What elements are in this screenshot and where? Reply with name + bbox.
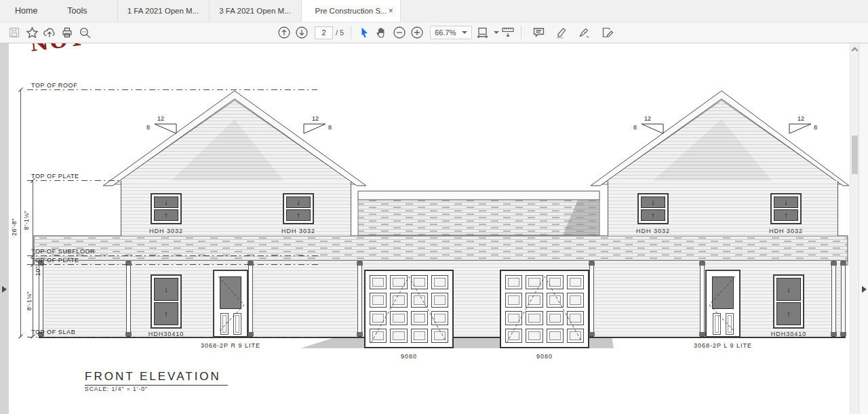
corner-board <box>841 261 846 337</box>
save-button[interactable] <box>5 24 23 41</box>
dim-lower-floor-height: 8'-1⅛" <box>26 286 33 316</box>
hand-icon <box>376 26 388 39</box>
window-tag: HDH 3032 <box>766 228 806 234</box>
porch-post <box>126 261 131 337</box>
chevron-down-icon <box>494 31 499 34</box>
zoom-level-value: 66.7% <box>435 28 456 37</box>
highlighter-icon <box>555 26 568 39</box>
doc-tab-active[interactable]: Pre Construction S... × <box>302 0 401 22</box>
level-line-plate-lower <box>27 264 319 266</box>
close-tab-icon[interactable]: × <box>387 6 395 16</box>
hand-tool-button[interactable] <box>373 24 391 41</box>
page-number-input[interactable]: 2 <box>315 26 333 39</box>
window-tag: HDH 3032 <box>146 228 186 234</box>
search-icon <box>79 26 92 39</box>
doc-tab-1[interactable]: 1 FA 2021 Open M... <box>117 0 210 22</box>
right-gable-rake <box>591 91 849 186</box>
vertical-scrollbar[interactable] <box>850 43 859 414</box>
porch-roof-band <box>34 236 848 261</box>
share-button[interactable] <box>41 24 58 41</box>
left-margin-strip <box>0 43 9 414</box>
doc-tab-2[interactable]: 3 FA 2021 Open M... <box>210 0 302 22</box>
page-total-label: / 5 <box>336 28 344 37</box>
left-gable-shading <box>170 119 285 182</box>
comment-button[interactable] <box>530 24 547 41</box>
porch-post <box>248 261 253 337</box>
level-line-plate-upper <box>27 180 119 182</box>
garage-ridge-fascia <box>358 191 599 200</box>
label-top-of-plate-upper: TOP OF PLATE <box>31 173 79 180</box>
star-icon <box>26 26 39 39</box>
drawing-title: FRONT ELEVATION <box>85 370 228 386</box>
right-margin-strip <box>859 43 868 414</box>
scroll-up-icon[interactable] <box>852 47 859 54</box>
zoom-in-button[interactable] <box>408 24 426 41</box>
label-top-of-slab: TOP OF SLAB <box>31 329 75 335</box>
dim-upper-floor-height: 8'-1⅛" <box>23 205 30 235</box>
door-tag: 3068-2P L 9 LITE <box>675 342 770 349</box>
garage-door <box>500 270 589 348</box>
garage-door <box>364 270 454 348</box>
document-viewport: NOT FOR CONSTRU <box>0 43 868 414</box>
print-button[interactable] <box>58 24 76 41</box>
tab-tools[interactable]: Tools <box>52 0 102 22</box>
toolbar: 2 / 5 66.7% <box>0 22 868 43</box>
label-top-of-subfloor: TOP OF SUBFLOOR <box>31 248 95 255</box>
page-fit-button[interactable] <box>476 24 499 41</box>
window-tag: HDH30410 <box>146 331 186 337</box>
arrow-down-circle-icon <box>295 26 309 39</box>
printer-icon <box>61 26 73 39</box>
page-fit-icon <box>477 26 490 39</box>
porch-post <box>700 261 705 337</box>
door-tag: 3068-2P R 9 LITE <box>183 342 278 349</box>
lower-window: ↓↑ <box>151 274 182 329</box>
upper-window: ↓↑ <box>637 193 669 224</box>
reading-mode-button[interactable] <box>499 24 517 41</box>
sign-button[interactable] <box>576 24 593 41</box>
entry-door-left-unit <box>213 270 248 337</box>
comment-icon <box>532 26 545 39</box>
garage-roof <box>358 200 599 235</box>
porch-post <box>589 261 594 337</box>
previous-page-button[interactable] <box>275 24 293 41</box>
next-page-arrow[interactable] <box>862 286 867 293</box>
dimension-line-floors <box>33 181 33 337</box>
upper-window: ↓↑ <box>283 193 314 224</box>
roof-pitch-marker: 12 8 <box>145 115 186 137</box>
search-button[interactable] <box>76 24 94 41</box>
porch-post <box>831 261 836 337</box>
window-tag: HDH30410 <box>768 331 809 337</box>
left-gable-siding <box>114 100 355 184</box>
label-top-of-roof: TOP OF ROOF <box>31 82 77 89</box>
dim-overall-height: 26'-8" <box>11 212 18 242</box>
garage-door-tag: 9080 <box>524 353 565 360</box>
roof-pitch-marker: 12 8 <box>780 115 821 137</box>
watermark-text: NOT FOR CONSTRU <box>28 43 281 56</box>
window-tag: HDH 3032 <box>633 228 673 234</box>
cloud-upload-icon <box>43 26 56 39</box>
fill-sign-icon <box>601 26 614 39</box>
lower-window: ↓↑ <box>773 274 804 329</box>
tab-home[interactable]: Home <box>0 0 52 22</box>
chevron-down-icon <box>462 31 467 34</box>
zoom-out-button[interactable] <box>391 24 408 41</box>
arrow-up-circle-icon <box>277 26 291 39</box>
roof-shadow <box>563 200 599 235</box>
zoom-level-dropdown[interactable]: 66.7% <box>430 26 472 39</box>
toolbar-separator <box>521 26 521 39</box>
select-tool-button[interactable] <box>355 24 373 41</box>
right-gable-siding <box>601 100 842 184</box>
upper-window: ↓↑ <box>770 193 802 224</box>
highlight-button[interactable] <box>553 24 570 41</box>
star-button[interactable] <box>23 24 41 41</box>
roof-pitch-marker: 12 8 <box>294 115 335 137</box>
porch-post <box>357 261 362 337</box>
plus-circle-icon <box>410 26 424 39</box>
roof-pitch-marker: 12 8 <box>632 115 673 137</box>
tab-bar: Home Tools 1 FA 2021 Open M... 3 FA 2021… <box>0 0 868 22</box>
expand-panel-arrow[interactable] <box>2 286 7 293</box>
level-line-roof <box>27 89 317 91</box>
next-page-button[interactable] <box>293 24 311 41</box>
scrollbar-thumb[interactable] <box>852 136 858 174</box>
fill-sign-button[interactable] <box>599 24 616 41</box>
